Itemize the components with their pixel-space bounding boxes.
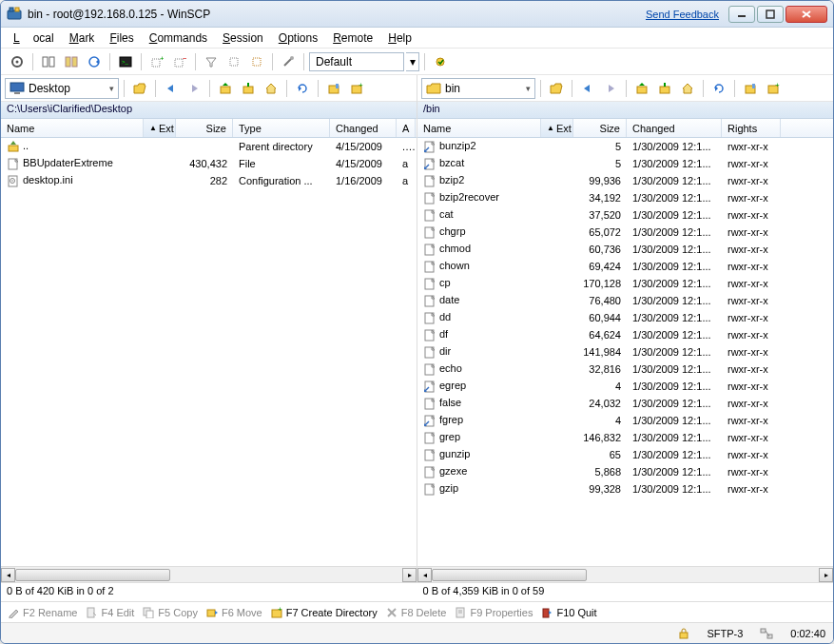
local-col-size[interactable]: Size xyxy=(176,119,233,137)
local-grid-body[interactable]: ..Parent directory4/15/2009...BBUpdaterE… xyxy=(1,138,417,566)
cmd-edit[interactable]: F4 Edit xyxy=(85,606,134,619)
local-col-changed[interactable]: Changed xyxy=(330,119,397,137)
table-row[interactable]: gunzip651/30/2009 12:1...rwxr-xr-x xyxy=(417,446,833,463)
table-row[interactable]: df64,6241/30/2009 12:1...rwxr-xr-x xyxy=(417,326,833,343)
mask-icon[interactable] xyxy=(223,51,244,72)
remote-drive-combo[interactable]: bin ▾ xyxy=(421,78,535,99)
table-row[interactable]: gzip99,3281/30/2009 12:1...rwxr-xr-x xyxy=(417,480,833,498)
cmd-quit[interactable]: F10 Quit xyxy=(540,606,596,619)
table-row[interactable]: echo32,8161/30/2009 12:1...rwxr-xr-x xyxy=(417,361,833,378)
sync-icon[interactable] xyxy=(84,51,105,72)
table-row[interactable]: fgrep41/30/2009 12:1...rwxr-xr-x xyxy=(417,412,833,429)
remote-parent-icon[interactable] xyxy=(631,78,652,99)
table-row[interactable]: chgrp65,0721/30/2009 12:1...rwxr-xr-x xyxy=(417,224,833,241)
table-row[interactable]: bzip2recover34,1921/30/2009 12:1...rwxr-… xyxy=(417,189,833,206)
cmd-create-directory[interactable]: +F7 Create Directory xyxy=(270,606,378,619)
local-parent-icon[interactable] xyxy=(215,78,236,99)
menu-commands[interactable]: Commands xyxy=(143,29,214,47)
queue-add-icon[interactable]: + xyxy=(146,51,167,72)
local-col-name[interactable]: Name xyxy=(1,119,144,137)
table-row[interactable]: cp170,1281/30/2009 12:1...rwxr-xr-x xyxy=(417,275,833,292)
gear-icon[interactable] xyxy=(7,51,28,72)
remote-root-icon[interactable] xyxy=(654,78,675,99)
filter-icon[interactable] xyxy=(201,51,222,72)
minimize-button[interactable] xyxy=(728,6,755,23)
transfer-settings-icon[interactable] xyxy=(430,51,451,72)
table-row[interactable]: desktop.ini282Configuration ...1/16/2009… xyxy=(1,172,417,189)
remote-open-folder-icon[interactable] xyxy=(546,78,567,99)
local-home-icon[interactable] xyxy=(261,78,281,99)
transfer-preset-combo[interactable]: Default xyxy=(309,52,404,71)
table-row[interactable]: ..Parent directory4/15/2009... xyxy=(1,138,417,155)
menu-remote[interactable]: Remote xyxy=(326,29,379,47)
svg-marker-20 xyxy=(206,58,216,67)
command-bar: F2 RenameF4 EditF5 CopyF6 Move+F7 Create… xyxy=(1,601,833,622)
svg-rect-2 xyxy=(15,8,19,11)
cmd-delete[interactable]: F8 Delete xyxy=(385,606,447,619)
local-fwd-icon[interactable] xyxy=(184,78,204,99)
table-row[interactable]: gzexe5,8681/30/2009 12:1...rwxr-xr-x xyxy=(417,463,833,480)
table-row[interactable]: BBUpdaterExtreme430,432File4/15/2009a xyxy=(1,155,417,172)
file-icon xyxy=(423,414,436,427)
local-open-folder-icon[interactable] xyxy=(129,78,150,99)
svg-rect-118 xyxy=(680,633,688,638)
remote-col-ext[interactable]: ▲Ext xyxy=(541,119,573,137)
table-row[interactable]: bunzip251/30/2009 12:1...rwxr-xr-x xyxy=(417,138,833,155)
table-row[interactable]: cat37,5201/30/2009 12:1...rwxr-xr-x xyxy=(417,206,833,224)
send-feedback-link[interactable]: Send Feedback xyxy=(646,9,719,20)
local-back-icon[interactable] xyxy=(161,78,182,99)
menu-files[interactable]: Files xyxy=(103,29,140,47)
remote-col-size[interactable]: Size xyxy=(573,119,627,137)
table-row[interactable]: bzcat51/30/2009 12:1...rwxr-xr-x xyxy=(417,155,833,172)
local-drive-combo[interactable]: Desktop ▾ xyxy=(5,78,119,99)
remote-col-rights[interactable]: Rights xyxy=(722,119,781,137)
remote-grid-body[interactable]: bunzip251/30/2009 12:1...rwxr-xr-xbzcat5… xyxy=(417,138,833,566)
cmd-copy[interactable]: F5 Copy xyxy=(142,606,198,619)
local-bookmark-icon[interactable] xyxy=(323,78,344,99)
table-row[interactable]: chmod60,7361/30/2009 12:1...rwxr-xr-x xyxy=(417,241,833,258)
local-hscroll[interactable]: ◂ ▸ xyxy=(1,566,417,582)
menu-mark[interactable]: Mark xyxy=(63,29,102,47)
local-col-type[interactable]: Type xyxy=(233,119,330,137)
compare-dirs-icon[interactable] xyxy=(61,51,82,72)
table-row[interactable]: bzip299,9361/30/2009 12:1...rwxr-xr-x xyxy=(417,172,833,189)
remote-refresh-icon[interactable] xyxy=(708,78,729,99)
local-col-attr[interactable]: A xyxy=(397,119,416,137)
remote-fwd-icon[interactable] xyxy=(600,78,621,99)
table-row[interactable]: dd60,9441/30/2009 12:1...rwxr-xr-x xyxy=(417,309,833,326)
remote-col-name[interactable]: Name xyxy=(417,119,541,137)
table-row[interactable]: date76,4801/30/2009 12:1...rwxr-xr-x xyxy=(417,292,833,309)
queue-remove-icon[interactable]: − xyxy=(169,51,190,72)
menu-local[interactable]: Local xyxy=(7,29,61,47)
file-icon xyxy=(423,191,436,205)
menu-options[interactable]: Options xyxy=(272,29,324,47)
table-row[interactable]: chown69,4241/30/2009 12:1...rwxr-xr-x xyxy=(417,258,833,275)
table-row[interactable]: grep146,8321/30/2009 12:1...rwxr-xr-x xyxy=(417,429,833,446)
sync-browse-icon[interactable] xyxy=(38,51,59,72)
table-row[interactable]: dir141,9841/30/2009 12:1...rwxr-xr-x xyxy=(417,343,833,361)
table-row[interactable]: false24,0321/30/2009 12:1...rwxr-xr-x xyxy=(417,395,833,412)
remote-bookmark-add-icon[interactable]: + xyxy=(763,78,784,99)
remote-bookmark-icon[interactable] xyxy=(740,78,761,99)
cmd-move[interactable]: F6 Move xyxy=(205,606,262,619)
terminal-icon[interactable]: >_ xyxy=(115,51,136,72)
remote-back-icon[interactable] xyxy=(577,78,598,99)
table-row[interactable]: egrep41/30/2009 12:1...rwxr-xr-x xyxy=(417,378,833,395)
menu-help[interactable]: Help xyxy=(381,29,418,47)
menu-session[interactable]: Session xyxy=(216,29,270,47)
close-button[interactable] xyxy=(786,6,827,23)
cmd-properties[interactable]: F9 Properties xyxy=(454,606,533,619)
cmd-rename[interactable]: F2 Rename xyxy=(7,606,77,619)
remote-home-icon[interactable] xyxy=(677,78,698,99)
svg-rect-12 xyxy=(72,57,77,67)
local-bookmark-add-icon[interactable]: + xyxy=(346,78,367,99)
transfer-preset-dropdown[interactable]: ▾ xyxy=(406,52,419,71)
local-refresh-icon[interactable] xyxy=(292,78,313,99)
remote-col-changed[interactable]: Changed xyxy=(627,119,722,137)
maximize-button[interactable] xyxy=(757,6,784,23)
preferences-icon[interactable] xyxy=(278,51,299,72)
select-icon[interactable] xyxy=(246,51,267,72)
local-col-ext[interactable]: ▲Ext xyxy=(144,119,176,137)
local-root-icon[interactable] xyxy=(238,78,259,99)
remote-hscroll[interactable]: ◂ ▸ xyxy=(417,566,833,582)
